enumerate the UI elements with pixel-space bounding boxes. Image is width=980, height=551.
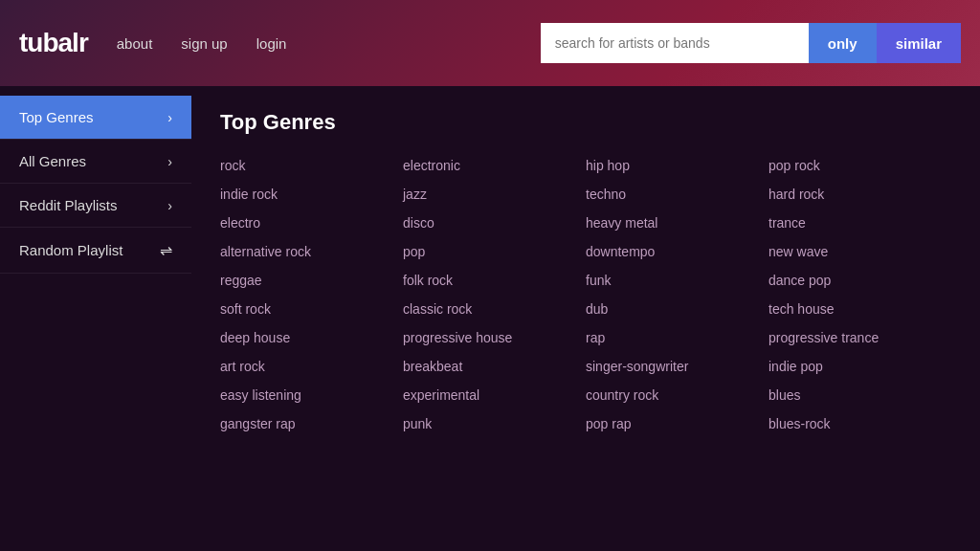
genre-link[interactable]: hip hop (586, 154, 768, 177)
genre-link[interactable]: disco (403, 211, 586, 234)
genre-link[interactable]: indie pop (768, 355, 951, 378)
genre-link[interactable]: art rock (220, 355, 403, 378)
genre-link[interactable]: trance (768, 211, 951, 234)
genre-link[interactable]: deep house (220, 326, 403, 349)
shuffle-icon: ⇌ (160, 241, 172, 259)
sidebar-label-top-genres: Top Genres (19, 109, 94, 125)
sidebar-item-random-playlist[interactable]: Random Playlist ⇌ (0, 228, 191, 274)
main-layout: Top Genres › All Genres › Reddit Playlis… (0, 86, 980, 551)
only-button[interactable]: only (809, 23, 877, 63)
genre-link[interactable]: rock (220, 154, 403, 177)
genre-link[interactable]: downtempo (586, 240, 768, 263)
nav-signup[interactable]: sign up (181, 35, 227, 52)
sidebar: Top Genres › All Genres › Reddit Playlis… (0, 86, 191, 551)
genre-link[interactable]: singer-songwriter (586, 355, 768, 378)
sidebar-label-reddit: Reddit Playlists (19, 197, 118, 213)
genre-link[interactable]: punk (403, 412, 586, 435)
genre-link[interactable]: blues (768, 384, 951, 407)
nav-about[interactable]: about (117, 35, 153, 52)
genre-link[interactable]: new wave (768, 240, 951, 263)
sidebar-item-top-genres[interactable]: Top Genres › (0, 96, 191, 140)
genre-link[interactable]: dub (586, 298, 768, 320)
genre-link[interactable]: gangster rap (220, 412, 403, 435)
chevron-right-icon-3: › (167, 198, 172, 213)
genre-link[interactable]: funk (586, 269, 768, 292)
genre-link[interactable]: pop (403, 240, 586, 263)
genre-link[interactable]: breakbeat (403, 355, 586, 378)
similar-button[interactable]: similar (877, 23, 961, 63)
search-area: only similar (541, 23, 961, 63)
genre-column-3: hip hoptechnoheavy metaldowntempofunkdub… (586, 154, 768, 435)
genre-link[interactable]: experimental (403, 384, 586, 407)
genre-link[interactable]: dance pop (768, 269, 951, 292)
genre-link[interactable]: progressive trance (768, 326, 951, 349)
genre-link[interactable]: hard rock (768, 183, 951, 206)
genre-link[interactable]: rap (586, 326, 768, 349)
genre-link[interactable]: country rock (586, 384, 768, 407)
genre-link[interactable]: alternative rock (220, 240, 403, 263)
content-area: Top Genres rockindie rockelectroalternat… (191, 86, 980, 551)
genre-link[interactable]: indie rock (220, 183, 403, 206)
genre-link[interactable]: jazz (403, 183, 586, 206)
genre-link[interactable]: blues-rock (768, 412, 951, 435)
header: tubalr about sign up login only similar (0, 0, 980, 86)
search-input[interactable] (541, 23, 809, 63)
genre-link[interactable]: pop rock (768, 154, 951, 177)
sidebar-label-all-genres: All Genres (19, 153, 86, 169)
genre-link[interactable]: tech house (768, 298, 951, 320)
genre-link[interactable]: classic rock (403, 298, 586, 320)
nav-login[interactable]: login (256, 35, 287, 52)
genre-link[interactable]: reggae (220, 269, 403, 292)
logo: tubalr (19, 28, 88, 58)
genre-column-2: electronicjazzdiscopopfolk rockclassic r… (403, 154, 586, 435)
genre-link[interactable]: electronic (403, 154, 586, 177)
genre-column-1: rockindie rockelectroalternative rockreg… (220, 154, 403, 435)
page-title: Top Genres (220, 110, 951, 135)
genres-grid: rockindie rockelectroalternative rockreg… (220, 154, 951, 435)
genre-link[interactable]: electro (220, 211, 403, 234)
genre-column-4: pop rockhard rocktrancenew wavedance pop… (768, 154, 951, 435)
genre-link[interactable]: easy listening (220, 384, 403, 407)
genre-link[interactable]: folk rock (403, 269, 586, 292)
genre-link[interactable]: heavy metal (586, 211, 768, 234)
genre-link[interactable]: soft rock (220, 298, 403, 320)
genre-link[interactable]: progressive house (403, 326, 586, 349)
genre-link[interactable]: techno (586, 183, 768, 206)
sidebar-label-random: Random Playlist (19, 242, 122, 258)
chevron-right-icon-2: › (167, 154, 172, 169)
genre-link[interactable]: pop rap (586, 412, 768, 435)
sidebar-item-reddit-playlists[interactable]: Reddit Playlists › (0, 184, 191, 228)
sidebar-item-all-genres[interactable]: All Genres › (0, 140, 191, 184)
chevron-right-icon: › (167, 110, 172, 125)
